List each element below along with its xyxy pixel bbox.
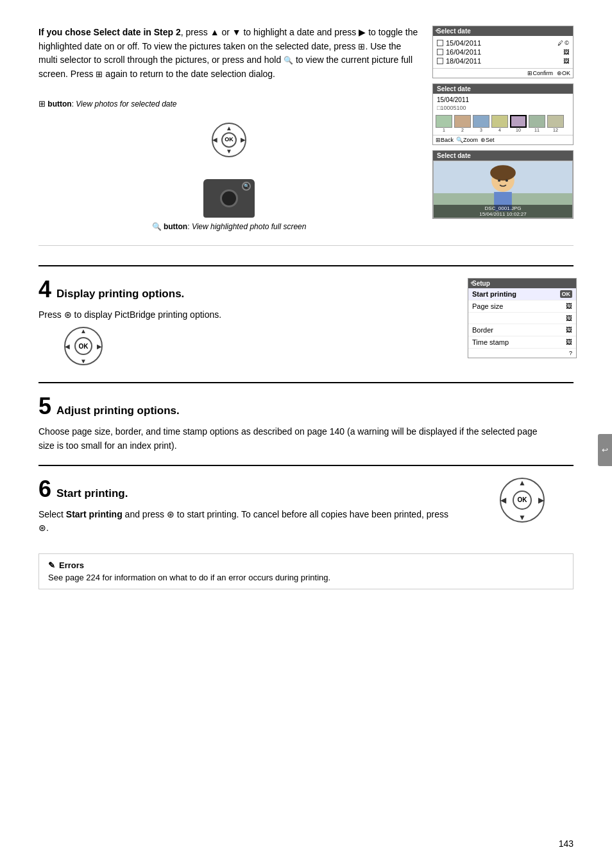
step6-body: Select Start printing and press ⊛ to sta… — [38, 508, 458, 535]
step4-title: Display printing options. — [56, 288, 184, 300]
screen3-title: Select date — [433, 151, 573, 161]
step6-header: 6 Start printing. — [38, 478, 458, 504]
thumb7 — [547, 115, 564, 128]
caption1-icon: ⊞ — [38, 99, 46, 108]
timestamp-icon: 🖼 — [566, 338, 572, 345]
ok-arrow-left-1: ◀ — [212, 135, 217, 145]
setup-row-start: Start printing OK — [468, 288, 576, 300]
step5-section: 5 Adjust printing options. Choose page s… — [38, 382, 574, 464]
border-label: Border — [472, 326, 493, 334]
top-section: If you chose Select date in Step 2, pres… — [38, 26, 574, 246]
thumb-wrap-1: 1 — [436, 115, 452, 132]
step4-number: 4 — [38, 278, 51, 301]
zoom-label: 🔍Zoom — [456, 137, 478, 143]
caption1: ⊞ button: View photos for selected date — [38, 98, 420, 110]
thumb7-num: 12 — [553, 128, 558, 132]
screen1: Select date ✦ 15/04/2011 🖊 © 16/04/2011 … — [432, 26, 574, 78]
thumb-wrap-7: 12 — [547, 115, 564, 132]
thumb4-num: 4 — [498, 128, 501, 132]
step4-body-wrap: Press ⊛ to display PictBridge printing o… — [38, 308, 458, 322]
step5-body: Choose page size, border, and time stamp… — [38, 425, 547, 453]
ok-circle-1: ▲ ▼ ◀ ▶ OK — [212, 123, 246, 157]
step6-right: ▲ ▼ ◀ ▶ OK — [471, 478, 574, 523]
screen3: Select date — [432, 150, 574, 219]
ok-arrow-bottom-1: ▼ — [226, 146, 232, 157]
caption2: 🔍 button: View highlighted photo full sc… — [38, 221, 420, 232]
date1: 15/04/2011 — [446, 39, 481, 47]
screen3-filename: DSC_0001.JPG — [436, 205, 570, 211]
errors-box: ✎ Errors See page 224 for information on… — [38, 553, 574, 589]
setup-row-timestamp: Time stamp 🖼 — [468, 336, 576, 349]
svg-point-3 — [490, 165, 516, 180]
thumb-wrap-6: 11 — [529, 115, 545, 132]
thumb3-num: 3 — [480, 128, 482, 132]
ok6-arrow-top: ▲ — [518, 478, 526, 487]
zoom-ring: 🔍 — [242, 182, 251, 191]
step5-left: 5 Adjust printing options. Choose page s… — [38, 395, 547, 453]
camera-lens — [220, 189, 238, 207]
ok6-inner: OK — [513, 490, 532, 510]
step4-header: 4 Display printing options. — [38, 278, 458, 304]
step6-body-pre: Select — [38, 509, 66, 519]
thumb2-num: 2 — [461, 128, 464, 132]
errors-title: ✎ Errors — [48, 560, 564, 570]
ok-circle-4: ▲ ▼ ◀ ▶ OK — [64, 327, 103, 365]
step6-left: 6 Start printing. Select Start printing … — [38, 478, 458, 535]
pencil-icon: ✎ — [48, 560, 55, 570]
screen2: Select date 15/04/2011 □10005100 1 2 3 4… — [432, 83, 574, 145]
ok6-arrow-right: ▶ — [538, 496, 544, 505]
empty-icon: 🖼 — [566, 315, 572, 322]
caption1-label: button: View photos for selected date — [47, 100, 176, 108]
date3-icon: 🖼 — [563, 58, 569, 64]
ok-arrow-top-4: ▲ — [80, 327, 87, 334]
multisel-icon: ⊞ — [358, 42, 365, 51]
back-label: ⊞Back — [436, 137, 454, 143]
date3: 18/04/2011 — [446, 57, 481, 65]
screen3-info: DSC_0001.JPG 15/04/2011 10:02:27 — [434, 205, 572, 218]
setup-row-border: Border 🖼 — [468, 324, 576, 336]
errors-label: Errors — [59, 560, 84, 570]
timestamp-label: Time stamp — [472, 338, 509, 346]
step6-number: 6 — [38, 478, 51, 501]
zoom-icon-inline: 🔍 — [284, 56, 293, 65]
screen1-row2: 16/04/2011 🖼 — [437, 48, 569, 56]
screen1-row1: 15/04/2011 🖊 © — [437, 39, 569, 48]
date2-icon: 🖼 — [563, 49, 569, 55]
screen2-thumbnails: 1 2 3 4 10 11 12 — [433, 112, 573, 135]
screen2-bottombar: ⊞Back 🔍Zoom ⊛Set — [433, 135, 573, 144]
screen1-corner: ✦ — [434, 28, 439, 34]
ok-btn-wrap-4: ▲ ▼ ◀ ▶ OK — [64, 327, 458, 365]
screen2-title: Select date — [433, 84, 573, 94]
page: If you chose Select date in Step 2, pres… — [0, 0, 612, 868]
thumb-wrap-2: 2 — [454, 115, 471, 132]
top-text: If you chose Select date in Step 2, pres… — [38, 26, 420, 232]
setup-screen: ✦ Setup Start printing OK Page size 🖼 🖼 … — [468, 278, 577, 358]
camera-body: 🔍 — [203, 179, 255, 218]
thumb6 — [529, 115, 545, 128]
ok-inner-1: OK — [221, 132, 237, 148]
step6-section: 6 Start printing. Select Start printing … — [38, 465, 574, 547]
ok6-arrow-bottom: ▼ — [518, 513, 526, 522]
thumb-wrap-5: 10 — [510, 115, 527, 132]
intro-bold: If you chose Select date in Step 2 — [38, 27, 181, 37]
pagesize-label: Page size — [472, 302, 503, 310]
date1-icons: 🖊 © — [557, 40, 569, 46]
border-icon: 🖼 — [566, 326, 572, 333]
ok-arrow-bottom-4: ▼ — [80, 358, 87, 365]
set-label: ⊛Set — [480, 137, 495, 143]
thumb3 — [473, 115, 489, 128]
ok6-arrow-left: ◀ — [500, 496, 506, 505]
svg-point-5 — [498, 179, 500, 182]
ok-arrow-top-1: ▲ — [226, 123, 232, 134]
ok-arrow-left-4: ◀ — [65, 343, 70, 350]
icon-again-inline: ⊞ — [96, 69, 103, 79]
screen2-date: 15/04/2011 — [433, 94, 573, 105]
screen1-title: Select date — [433, 26, 573, 36]
ok-button-diagram-1: ▲ ▼ ◀ ▶ OK — [38, 123, 420, 157]
thumb1 — [436, 115, 452, 128]
footer-confirm: ⊞Confirm — [527, 70, 553, 76]
top-paragraph: If you chose Select date in Step 2, pres… — [38, 26, 420, 82]
screen1-row3: 18/04/2011 🖼 — [437, 56, 569, 65]
thumb5-num: 10 — [516, 128, 521, 132]
start-ok-badge: OK — [560, 290, 573, 298]
